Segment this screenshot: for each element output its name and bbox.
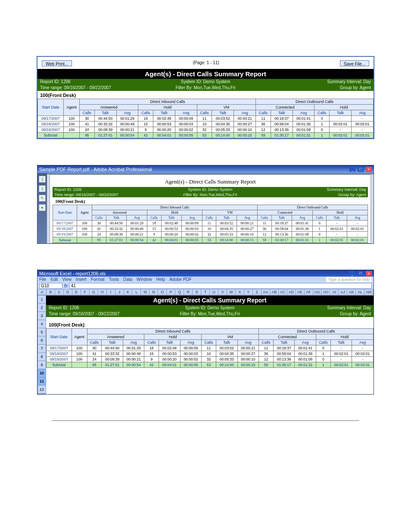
- col-header[interactable]: F: [81, 289, 90, 295]
- row-header[interactable]: 2: [38, 304, 46, 312]
- table-row: 09/19/20071002400:08:3900:00:21900:00:20…: [47, 357, 374, 362]
- pdf-page: Agent(s) - Direct Calls Summary Report R…: [50, 174, 371, 243]
- summary-interval: Summary Interval: Day: [262, 79, 374, 85]
- col-header[interactable]: AH: [321, 289, 330, 295]
- col-header[interactable]: AI: [330, 289, 339, 295]
- col-header[interactable]: L: [132, 289, 141, 295]
- menu-item[interactable]: Edit: [50, 277, 58, 282]
- col-header[interactable]: S: [193, 289, 201, 295]
- web-print-button[interactable]: Web Print...: [42, 60, 72, 66]
- col-header[interactable]: K: [124, 289, 133, 295]
- acrobat-title: Sample PDF Report.pdf - Adobe Acrobat Pr…: [39, 167, 152, 172]
- row-header[interactable]: 6: [38, 336, 46, 345]
- html-preview-screenshot: Web Print... (Page: 1 - 11) Save File...…: [37, 56, 374, 139]
- minimize-icon[interactable]: _: [349, 271, 355, 276]
- col-header[interactable]: O: [158, 289, 167, 295]
- page: Web Print... (Page: 1 - 11) Save File...…: [0, 56, 411, 434]
- menu-item[interactable]: Adobe PDF: [169, 277, 192, 282]
- report-table: Start Date Agent Direct Inbound Calls Di…: [46, 328, 374, 368]
- col-header[interactable]: AE: [296, 289, 305, 295]
- col-header[interactable]: N: [149, 289, 158, 295]
- col-header[interactable]: U: [210, 289, 218, 295]
- col-header[interactable]: AG: [313, 289, 322, 295]
- close-icon[interactable]: ×: [366, 271, 372, 276]
- row-header[interactable]: 11: [38, 377, 46, 386]
- col-header[interactable]: P: [167, 289, 175, 295]
- col-header[interactable]: M: [141, 289, 149, 295]
- minimize-icon[interactable]: _: [349, 167, 355, 172]
- col-header[interactable]: A: [38, 289, 47, 295]
- filter-by: Filter By: Mon,Tue,Wed,Thu,Fri: [149, 85, 262, 91]
- col-header[interactable]: X: [236, 289, 244, 295]
- col-header[interactable]: AD: [287, 289, 296, 295]
- menu-item[interactable]: Format: [91, 277, 105, 282]
- col-header[interactable]: AA: [262, 289, 270, 295]
- attachments-panel-icon[interactable]: ●: [39, 204, 46, 211]
- column-headers: ABCDEFGHIJKLMNOPQRSTUVWXYZAAABACADAEAFAG…: [37, 289, 374, 295]
- col-header[interactable]: V: [218, 289, 227, 295]
- desk-header: 100(Front Desk): [37, 91, 374, 99]
- col-header[interactable]: Q: [175, 289, 184, 295]
- menu-item[interactable]: View: [62, 277, 72, 282]
- group-hold-out: Hold: [314, 105, 374, 110]
- acrobat-screenshot: Sample PDF Report.pdf - Adobe Acrobat Pr…: [37, 165, 374, 244]
- col-header[interactable]: T: [201, 289, 210, 295]
- menu-item[interactable]: Help: [156, 277, 165, 282]
- menu-item[interactable]: Insert: [76, 277, 87, 282]
- formula-input[interactable]: 41: [69, 283, 372, 289]
- col-header[interactable]: AF: [305, 289, 313, 295]
- col-header[interactable]: J: [115, 289, 124, 295]
- col-header[interactable]: AK: [347, 289, 356, 295]
- excel-screenshot: Microsoft Excel - report1206.xls _ □ × F…: [37, 270, 374, 395]
- menu-item[interactable]: Window: [137, 277, 152, 282]
- row-header[interactable]: 10: [38, 369, 46, 377]
- group-outbound: Direct Outbound Calls: [256, 99, 374, 105]
- menu-item[interactable]: File: [39, 277, 46, 282]
- maximize-icon[interactable]: □: [358, 271, 364, 276]
- row-header[interactable]: 7: [38, 345, 46, 353]
- col-header[interactable]: W: [227, 289, 236, 295]
- table-row: 09/17/20071003000:44:5000:01:291800:02:4…: [47, 345, 374, 351]
- col-header[interactable]: H: [98, 289, 107, 295]
- table-row: 09/17/20071003000:44:5000:01:291800:02:4…: [38, 116, 374, 121]
- pages-panel-icon[interactable]: ▯: [39, 176, 46, 183]
- col-header[interactable]: D: [64, 289, 72, 295]
- row-header[interactable]: 4: [38, 320, 46, 328]
- col-header[interactable]: AM: [364, 289, 373, 295]
- row-header[interactable]: 5: [38, 328, 46, 336]
- desk-header: 100(Front Desk): [53, 197, 368, 205]
- close-icon[interactable]: ×: [366, 167, 372, 172]
- col-header[interactable]: R: [184, 289, 193, 295]
- col-header[interactable]: C: [55, 289, 64, 295]
- col-header[interactable]: AB: [270, 289, 279, 295]
- desk-header: 100(Front Desk): [46, 320, 374, 328]
- save-file-button[interactable]: Save File...: [340, 60, 369, 66]
- row-header[interactable]: 9: [38, 361, 46, 369]
- menu-item[interactable]: Tools: [109, 277, 119, 282]
- col-header[interactable]: Y: [244, 289, 253, 295]
- name-box[interactable]: G10: [39, 283, 62, 289]
- system-id: System ID: Demo System: [149, 79, 262, 85]
- col-start-date: Start Date: [38, 99, 64, 116]
- row-header[interactable]: 12: [38, 386, 46, 394]
- bookmarks-panel-icon[interactable]: ▯: [39, 185, 46, 192]
- row-header[interactable]: 1: [38, 296, 46, 304]
- group-connected: Connected: [256, 105, 314, 110]
- table-group-3: CallsTalkAvg CallsTalkAvg CallsTalkAvg C…: [38, 110, 374, 116]
- help-search-input[interactable]: Type a question for help: [326, 277, 372, 282]
- row-header[interactable]: 8: [38, 353, 46, 361]
- col-header[interactable]: I: [107, 289, 115, 295]
- col-header[interactable]: E: [72, 289, 81, 295]
- col-header[interactable]: AL: [356, 289, 364, 295]
- col-header[interactable]: G: [90, 289, 98, 295]
- signatures-panel-icon[interactable]: ✎: [39, 195, 46, 202]
- row-header[interactable]: 3: [38, 312, 46, 320]
- maximize-icon[interactable]: □: [358, 167, 364, 172]
- group-inbound: Direct Inbound Calls: [80, 99, 256, 105]
- menu-item[interactable]: Data: [123, 277, 132, 282]
- col-header[interactable]: AJ: [339, 289, 347, 295]
- fx-icon[interactable]: fx: [64, 283, 68, 288]
- col-header[interactable]: AC: [279, 289, 287, 295]
- col-header[interactable]: Z: [253, 289, 262, 295]
- col-header[interactable]: B: [47, 289, 55, 295]
